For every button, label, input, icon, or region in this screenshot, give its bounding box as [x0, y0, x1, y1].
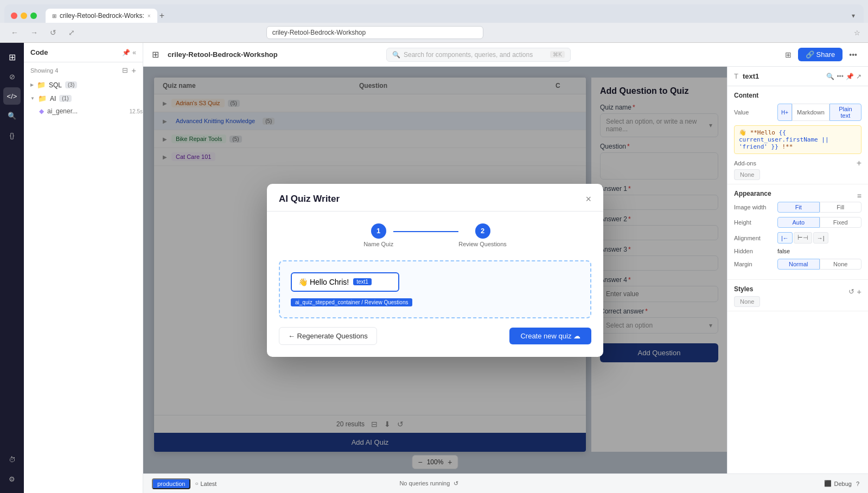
url-text: criley-Retool-Bedrock-Workshop: [272, 29, 366, 36]
ai-folder[interactable]: ▼ 📁 AI (1): [24, 92, 143, 105]
addons-add-btn[interactable]: +: [857, 158, 861, 168]
sidebar-icon-history[interactable]: ⏱: [3, 451, 21, 468]
sidebar-icon-home[interactable]: ⊞: [3, 48, 21, 66]
sql-folder-label: SQL: [49, 81, 62, 89]
tab-close-btn[interactable]: ×: [148, 13, 151, 19]
more-actions-btn[interactable]: •••: [847, 48, 859, 61]
component-path: ai_quiz_stepped_container / Review Quest…: [291, 298, 412, 306]
collapse-panel-btn[interactable]: «: [132, 49, 136, 56]
share-btn[interactable]: 🔗 Share: [798, 48, 843, 61]
auto-btn[interactable]: Auto: [777, 217, 820, 228]
hello-input-display[interactable]: 👋 Hello Chris! text1: [291, 272, 399, 292]
normal-margin-btn[interactable]: Normal: [777, 259, 820, 270]
styles-section: Styles ↺ + None: [727, 280, 868, 311]
appearance-title: Appearance: [734, 190, 771, 197]
styles-title: Styles: [734, 285, 753, 293]
expand-props-btn[interactable]: ↗: [856, 73, 861, 80]
debug-btn[interactable]: ⬛ Debug ?: [824, 480, 859, 487]
fixed-btn[interactable]: Fixed: [820, 217, 862, 228]
traffic-light-red[interactable]: [11, 12, 17, 19]
value-toggle: H+ Markdown Plain text: [777, 104, 861, 121]
component-name: text1: [743, 72, 822, 80]
create-quiz-btn[interactable]: Create new quiz ☁: [509, 328, 591, 344]
grid-view-btn[interactable]: ⊞: [783, 48, 794, 61]
url-bar[interactable]: criley-Retool-Bedrock-Workshop: [266, 26, 483, 39]
step-1-label: Name Quiz: [363, 241, 393, 247]
share-link-icon: 🔗: [806, 50, 814, 59]
extra-nav-btn[interactable]: ⤢: [65, 27, 78, 38]
back-btn[interactable]: ←: [8, 27, 22, 38]
code-panel-title: Code: [30, 48, 48, 56]
emoji-icon: 👋: [739, 129, 750, 136]
pin-panel-btn[interactable]: 📌: [122, 49, 130, 56]
traffic-light-green[interactable]: [30, 12, 37, 19]
browser-tab[interactable]: ⊞ criley-Retool-Bedrock-Works: ×: [46, 9, 157, 23]
modal-close-btn[interactable]: ×: [585, 194, 591, 204]
value-badge-btn[interactable]: H+: [777, 104, 792, 121]
fill-btn[interactable]: Fill: [820, 202, 862, 213]
code-panel: Code 📌 « Showing 4 ⊟ + ▶ 📁 SQL (3): [24, 43, 143, 493]
latest-badge: ○ Latest: [195, 481, 216, 487]
alignment-row: Alignment |← ⊢⊣ →|: [734, 232, 861, 244]
modal-title: AI Quiz Writer: [279, 194, 340, 204]
ai-child-label: ai_gener...: [47, 107, 78, 115]
search-props-btn[interactable]: 🔍: [826, 73, 834, 80]
margin-row: Margin Normal None: [734, 259, 861, 270]
plain-text-btn[interactable]: Plain text: [829, 104, 861, 121]
regenerate-btn[interactable]: ← Regenerate Questions: [279, 327, 377, 345]
new-tab-btn[interactable]: +: [157, 9, 167, 23]
code-value-block: 👋 **Hello {{ current_user.firstName || '…: [734, 125, 861, 154]
markdown-btn[interactable]: Markdown: [792, 104, 829, 121]
hidden-row: Hidden false: [734, 248, 861, 254]
properties-panel: T text1 🔍 ••• 📌 ↗ Content Value: [727, 67, 868, 473]
styles-refresh-btn[interactable]: ↺: [848, 287, 854, 296]
styles-header: Styles ↺ +: [734, 285, 861, 297]
fit-btn[interactable]: Fit: [777, 202, 820, 213]
pin-props-btn[interactable]: 📌: [846, 73, 854, 80]
sidebar-icon-search[interactable]: 🔍: [3, 107, 21, 124]
retool-logo: ⊞: [152, 49, 159, 60]
styles-add-btn[interactable]: +: [857, 287, 861, 296]
styles-none: None: [734, 296, 760, 307]
search-bar[interactable]: 🔍 Search for components, queries, and ac…: [386, 48, 571, 62]
production-badge[interactable]: production: [152, 478, 190, 489]
step-2: 2 Review Questions: [458, 223, 507, 247]
app-title: criley-Retool-Bedrock-Workshop: [168, 50, 278, 59]
reload-btn[interactable]: ↺: [47, 27, 60, 38]
addons-label: Add-ons: [734, 160, 777, 167]
align-center-btn[interactable]: ⊢⊣: [794, 232, 812, 244]
tab-title: criley-Retool-Bedrock-Works:: [60, 12, 144, 20]
forward-btn[interactable]: →: [27, 27, 41, 38]
search-icon: 🔍: [392, 51, 400, 59]
ai-child-time: 12.5s: [130, 108, 143, 114]
tab-favicon: ⊞: [52, 13, 56, 19]
header-actions: ⊞ 🔗 Share •••: [783, 48, 859, 61]
ai-child-item[interactable]: ◆ ai_gener... 12.5s: [24, 105, 143, 117]
align-right-btn[interactable]: →|: [813, 232, 828, 244]
step-2-label: Review Questions: [458, 241, 507, 247]
sidebar-icon-json[interactable]: {}: [3, 126, 21, 144]
value-label: Value: [734, 109, 777, 116]
addons-row: Add-ons +: [734, 158, 861, 168]
align-left-btn[interactable]: |←: [777, 232, 793, 244]
modal-content-area: 👋 Hello Chris! text1 ai_quiz_stepped_con…: [279, 260, 591, 318]
browser-dropdown[interactable]: ▾: [850, 10, 857, 22]
sidebar-icon-settings[interactable]: ⚙: [3, 470, 21, 488]
sql-folder[interactable]: ▶ 📁 SQL (3): [24, 78, 143, 92]
traffic-light-yellow[interactable]: [21, 12, 27, 19]
modal-actions: ← Regenerate Questions Create new quiz ☁: [279, 327, 591, 345]
selected-label: text1: [353, 278, 372, 285]
filter-btn[interactable]: ⊟: [122, 66, 128, 75]
sidebar-icon-components[interactable]: ⊘: [3, 68, 21, 85]
add-code-btn[interactable]: +: [131, 66, 136, 75]
appearance-menu-btn[interactable]: ≡: [857, 191, 861, 200]
hidden-label: Hidden: [734, 248, 777, 254]
more-props-btn[interactable]: •••: [837, 73, 844, 80]
sidebar-icon-code[interactable]: </>: [3, 87, 21, 105]
step-1-circle: 1: [371, 223, 386, 239]
height-row: Height Auto Fixed: [734, 217, 861, 228]
none-margin-btn[interactable]: None: [820, 259, 862, 270]
bookmark-icon[interactable]: ☆: [854, 29, 860, 37]
code-panel-header: Code 📌 «: [24, 43, 143, 62]
bold-marker: **Hello: [750, 129, 779, 136]
